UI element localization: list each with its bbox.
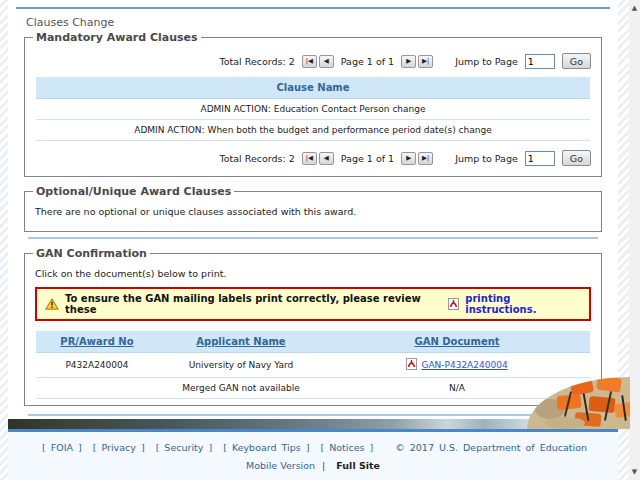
pr-award-no-sort-link[interactable]: PR/Award No	[60, 336, 133, 347]
prev-page-button[interactable]: ◀	[319, 152, 334, 165]
applicant-name-cell: Merged GAN not available	[158, 378, 324, 399]
scroll-down-icon[interactable]: ▼	[629, 467, 640, 477]
pdf-file-icon	[406, 358, 417, 372]
notices-link[interactable]: Notices	[320, 442, 373, 453]
printing-instructions-link[interactable]: printing instructions.	[465, 293, 581, 315]
clause-name-cell: ADMIN ACTION: When both the budget and p…	[36, 120, 590, 141]
go-button[interactable]: Go	[562, 150, 591, 166]
last-page-button[interactable]: ▶|	[418, 152, 433, 165]
pr-award-no-cell: P432A240004	[36, 353, 158, 378]
section-divider	[28, 237, 598, 239]
gan-document-sort-link[interactable]: GAN Document	[414, 336, 499, 347]
mandatory-award-clauses-section: Mandatory Award Clauses Total Records: 2…	[24, 31, 602, 177]
footer-site-version-row: Mobile Version | Full Site	[8, 460, 618, 471]
printing-warning-box: To ensure the GAN mailing labels print c…	[35, 287, 591, 321]
applicant-name-header: Applicant Name	[158, 331, 324, 353]
jump-to-page-input[interactable]	[525, 54, 555, 69]
table-row: P432A240004 University of Navy Yard GAN-…	[36, 353, 590, 378]
pagination-bottom: Total Records: 2 |◀ ◀ Page 1 of 1 ▶ ▶| J…	[31, 150, 591, 166]
gan-document-header: GAN Document	[324, 331, 590, 353]
clause-table: Clause Name ADMIN ACTION: Education Cont…	[36, 77, 590, 141]
optional-section-legend: Optional/Unique Award Clauses	[33, 185, 234, 198]
page-footer: FOIA Privacy Security Keyboard Tips Noti…	[8, 432, 618, 480]
table-row: Merged GAN not available N/A	[36, 378, 590, 399]
table-row: ADMIN ACTION: Education Contact Person c…	[36, 99, 590, 120]
content-area: Clauses Change Mandatory Award Clauses T…	[8, 0, 618, 480]
pr-award-no-header: PR/Award No	[36, 331, 158, 353]
table-row: ADMIN ACTION: When both the budget and p…	[36, 120, 590, 141]
pr-award-no-cell	[36, 378, 158, 399]
optional-clauses-message: There are no optional or unique clauses …	[35, 206, 593, 217]
footer-separator: |	[322, 460, 325, 471]
warning-text: To ensure the GAN mailing labels print c…	[65, 293, 442, 315]
mobile-version-link[interactable]: Mobile Version	[246, 460, 315, 471]
clause-name-cell: ADMIN ACTION: Education Contact Person c…	[36, 99, 590, 120]
full-site-label: Full Site	[336, 460, 380, 471]
last-page-button[interactable]: ▶|	[418, 55, 433, 68]
gan-table-header-row: PR/Award No Applicant Name GAN Document	[36, 331, 590, 353]
pagination-nav-back: |◀ ◀	[302, 152, 334, 165]
applicant-name-cell: University of Navy Yard	[158, 353, 324, 378]
privacy-link[interactable]: Privacy	[93, 442, 145, 453]
foia-link[interactable]: FOIA	[42, 442, 82, 453]
footer-top-border	[8, 429, 618, 432]
next-page-button[interactable]: ▶	[401, 55, 416, 68]
footer-links-row: FOIA Privacy Security Keyboard Tips Noti…	[8, 442, 618, 453]
scroll-up-icon[interactable]: ▲	[629, 3, 640, 13]
copyright-text: © 2017 U.S. Department of Education	[395, 442, 587, 453]
jump-to-page-input[interactable]	[525, 151, 555, 166]
pagination-nav-forward: ▶ ▶|	[401, 152, 433, 165]
gan-section-legend: GAN Confirmation	[33, 247, 150, 260]
clause-name-header: Clause Name	[36, 77, 590, 99]
go-button[interactable]: Go	[562, 53, 591, 69]
pagination-nav-back: |◀ ◀	[302, 55, 334, 68]
pagination-nav-forward: ▶ ▶|	[401, 55, 433, 68]
next-page-button[interactable]: ▶	[401, 152, 416, 165]
total-records-label: Total Records: 2	[220, 153, 295, 164]
page-indicator: Page 1 of 1	[341, 153, 394, 164]
pagination-top: Total Records: 2 |◀ ◀ Page 1 of 1 ▶ ▶| J…	[31, 53, 591, 69]
optional-unique-clauses-section: Optional/Unique Award Clauses There are …	[24, 185, 602, 232]
clause-table-header-row: Clause Name	[36, 77, 590, 99]
jump-to-page-label: Jump to Page	[455, 56, 518, 67]
keyboard-tips-link[interactable]: Keyboard Tips	[223, 442, 309, 453]
gan-document-table: PR/Award No Applicant Name GAN Document …	[36, 331, 590, 399]
first-page-button[interactable]: |◀	[302, 55, 317, 68]
page-title: Clauses Change	[26, 16, 610, 29]
gan-confirmation-section: GAN Confirmation Click on the document(s…	[24, 247, 602, 406]
security-link[interactable]: Security	[156, 442, 212, 453]
pdf-file-icon	[448, 295, 459, 314]
left-margin-pattern	[0, 0, 8, 480]
warning-triangle-icon	[45, 295, 59, 314]
applicant-name-sort-link[interactable]: Applicant Name	[196, 336, 285, 347]
gan-document-link[interactable]: GAN-P432A240004	[421, 360, 507, 370]
total-records-label: Total Records: 2	[220, 56, 295, 67]
jump-to-page-label: Jump to Page	[455, 153, 518, 164]
prev-page-button[interactable]: ◀	[319, 55, 334, 68]
top-divider	[16, 7, 610, 9]
first-page-button[interactable]: |◀	[302, 152, 317, 165]
page-indicator: Page 1 of 1	[341, 56, 394, 67]
gan-instruction-text: Click on the document(s) below to print.	[35, 268, 593, 279]
vertical-scrollbar[interactable]: ▲ ▼	[629, 0, 640, 480]
clauses-change-page: Clauses Change Mandatory Award Clauses T…	[0, 0, 640, 480]
section-divider	[28, 414, 598, 416]
gan-document-cell: GAN-P432A240004	[324, 353, 590, 378]
mandatory-section-legend: Mandatory Award Clauses	[33, 31, 201, 44]
